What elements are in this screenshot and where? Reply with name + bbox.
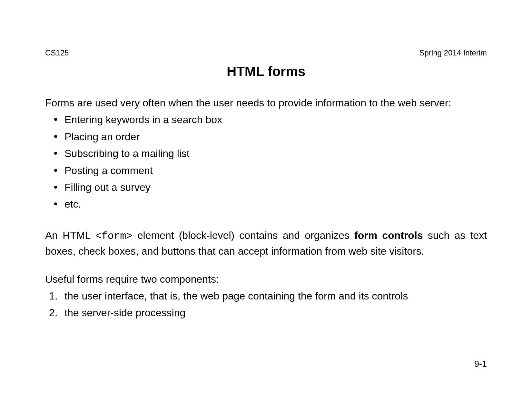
numbered-list: the user interface, that is, the web pag… xyxy=(45,289,487,320)
text-fragment: An HTML xyxy=(45,230,95,241)
form-element-paragraph: An HTML <form> element (block-level) con… xyxy=(45,228,487,259)
list-item: Subscribing to a mailing list xyxy=(45,146,487,161)
list-item: Posting a comment xyxy=(45,163,487,178)
components-intro: Useful forms require two components: xyxy=(45,272,487,287)
list-item: Entering keywords in a search box xyxy=(45,112,487,127)
term-label: Spring 2014 Interim xyxy=(419,48,487,57)
page-number: 9-1 xyxy=(474,359,487,369)
list-item: Placing an order xyxy=(45,129,487,144)
list-item: etc. xyxy=(45,197,487,211)
intro-text: Forms are used very often when the user … xyxy=(45,95,487,110)
text-fragment: element (block-level) contains and organ… xyxy=(133,230,355,241)
list-item: the server-side processing xyxy=(45,305,487,320)
code-form-tag: <form> xyxy=(95,230,132,242)
bullet-list: Entering keywords in a search box Placin… xyxy=(45,112,487,211)
bold-form-controls: form controls xyxy=(354,230,423,241)
header-row: CS125 Spring 2014 Interim xyxy=(45,48,487,57)
course-code: CS125 xyxy=(45,48,69,57)
list-item: Filling out a survey xyxy=(45,180,487,195)
slide-page: CS125 Spring 2014 Interim HTML forms For… xyxy=(0,0,532,411)
list-item: the user interface, that is, the web pag… xyxy=(45,289,487,303)
page-title: HTML forms xyxy=(45,64,487,79)
